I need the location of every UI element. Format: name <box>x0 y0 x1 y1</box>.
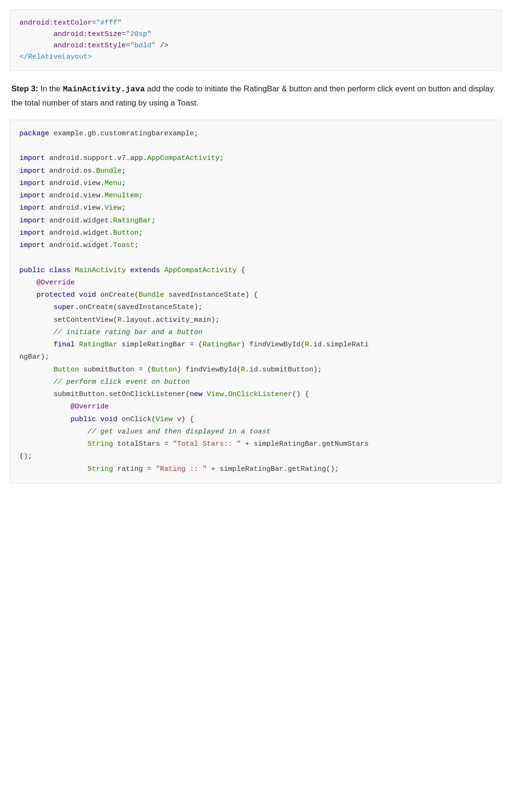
java-code-block: package example.gb.customratingbarexampl… <box>9 120 502 484</box>
step3-description: Step 3: In the MainActivity.java add the… <box>9 82 502 110</box>
step-intro-text: In the <box>38 84 63 93</box>
step-label: Step 3: <box>11 84 38 93</box>
page-wrapper: android:textColor="#fff" android:textSiz… <box>0 0 511 503</box>
step-code-ref: MainActivity.java <box>63 85 145 94</box>
java-code-content: package example.gb.customratingbarexampl… <box>19 128 492 476</box>
xml-code-block: android:textColor="#fff" android:textSiz… <box>9 9 502 71</box>
xml-code-content: android:textColor="#fff" android:textSiz… <box>19 18 492 63</box>
